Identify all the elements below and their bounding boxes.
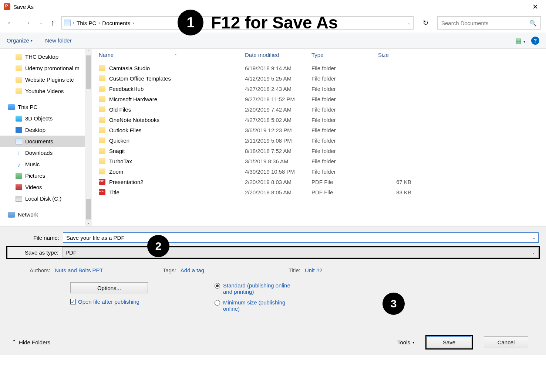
path-segment[interactable]: Documents [101,20,132,26]
refresh-button[interactable]: ↻ [419,17,432,29]
file-row[interactable]: Zoom4/30/2019 10:58 PMFile folder [92,166,546,177]
recent-dropdown[interactable]: ⌄ [38,21,44,25]
sidebar-item-label: Youtube Videos [25,88,64,94]
file-name: Outlook Files [109,127,245,133]
network-icon [8,212,15,218]
sidebar-item-documents[interactable]: Documents [0,136,92,147]
file-name: Presentation2 [109,179,245,185]
search-box[interactable]: 🔍 [437,16,541,30]
open-after-checkbox[interactable]: ✓ [70,299,76,304]
forward-button[interactable]: → [21,18,33,28]
chevron-right-icon[interactable]: › [98,20,101,25]
file-type: File folder [311,65,378,71]
file-name: OneNote Notebooks [109,117,245,123]
file-row[interactable]: FeedbackHub4/27/2018 2:43 AMFile folder [92,83,546,94]
file-row[interactable]: OneNote Notebooks4/27/2018 5:02 AMFile f… [92,115,546,125]
sidebar-item[interactable]: Youtube Videos [0,85,92,97]
file-row[interactable]: Snagit8/18/2018 7:52 AMFile folder [92,146,546,156]
file-row[interactable]: Old Files2/20/2019 7:42 AMFile folder [92,104,546,115]
title-label: Title: [289,267,300,273]
file-row[interactable]: Camtasia Studio6/19/2018 9:14 AMFile fol… [92,63,546,73]
filename-input[interactable]: Save your file as a PDF ⌄ [63,232,539,243]
file-row[interactable]: Outlook Files3/6/2019 12:23 PMFile folde… [92,125,546,135]
view-options-button[interactable]: ▤ ▾ [515,37,525,45]
file-row[interactable]: Presentation22/20/2019 8:03 AMPDF File67… [92,177,546,187]
chevron-down-icon[interactable]: ⌄ [532,250,535,255]
sidebar-item-videos[interactable]: Videos [0,181,92,193]
sidebar-item-desktop[interactable]: Desktop [0,124,92,136]
chevron-right-icon[interactable]: › [132,20,135,25]
scroll-up-icon[interactable]: ⌃ [85,49,92,55]
tags-value[interactable]: Add a tag [181,267,204,273]
folder-icon [16,65,22,71]
file-date: 4/27/2018 2:43 AM [245,86,311,92]
close-button[interactable]: × [528,1,542,12]
radio-standard[interactable] [215,283,220,289]
sidebar-item[interactable]: Udemy promotional m [0,62,92,74]
authors-value[interactable]: Nuts and Bolts PPT [55,267,103,273]
search-icon[interactable]: 🔍 [529,20,537,27]
chevron-down-icon[interactable]: ⌄ [532,236,535,240]
sidebar-item-local-disk-c-[interactable]: Local Disk (C:) [0,193,92,204]
pic-icon [16,173,22,179]
file-row[interactable]: Microsoft Hardware9/27/2018 11:52 PMFile… [92,94,546,104]
savetype-dropdown[interactable]: PDF ⌄ [62,247,538,258]
disk-icon [16,196,22,202]
folder-icon [99,65,105,71]
radio-minimum-label[interactable]: Minimum size (publishing online) [223,299,297,312]
save-button[interactable]: Save [427,336,471,348]
column-name[interactable]: Name ⌃ [99,52,245,58]
sidebar-item-label: Udemy promotional m [25,65,80,71]
scroll-thumb[interactable] [86,199,91,219]
sidebar-item[interactable]: THC Desktop [0,51,92,62]
sidebar-item-thispc[interactable]: This PC [0,101,92,113]
organize-menu[interactable]: Organize ▾ [7,37,33,44]
radio-minimum[interactable] [215,300,220,306]
address-bar[interactable]: › This PC › Documents › ⌄ [61,16,414,30]
sidebar-item-3d-objects[interactable]: 3D Objects [0,113,92,124]
cancel-button[interactable]: Cancel [484,336,528,348]
sidebar-item-music[interactable]: ♪Music [0,158,92,170]
file-date: 6/19/2018 9:14 AM [245,65,311,71]
chevron-right-icon[interactable]: › [72,20,75,25]
tools-menu[interactable]: Tools ▾ [397,339,414,345]
column-date[interactable]: Date modified [245,52,311,58]
file-row[interactable]: Custom Office Templates4/12/2019 5:25 AM… [92,73,546,83]
address-dropdown[interactable]: ⌄ [408,21,411,25]
file-row[interactable]: Quicken2/11/2019 5:08 PMFile folder [92,135,546,146]
sidebar-item-pictures[interactable]: Pictures [0,170,92,181]
radio-standard-label[interactable]: Standard (publishing online and printing… [223,282,297,295]
new-folder-button[interactable]: New folder [45,37,72,44]
column-headers: Name ⌃ Date modified Type Size [92,49,546,61]
path-segment[interactable]: This PC [75,20,98,26]
sidebar-item[interactable]: Website Plugins etc [0,74,92,85]
file-row[interactable]: Title2/20/2019 8:05 AMPDF File83 KB [92,187,546,197]
help-button[interactable]: ? [531,37,539,45]
scroll-thumb[interactable] [86,55,91,89]
up-button[interactable]: ↑ [49,18,56,28]
open-after-label[interactable]: Open file after publishing [78,299,139,305]
file-size: 67 KB [378,179,411,185]
file-row[interactable]: TurboTax3/1/2019 8:36 AMFile folder [92,156,546,166]
sidebar-item-downloads[interactable]: ↓Downloads [0,147,92,158]
folder-icon [99,86,105,92]
file-name: TurboTax [109,158,245,164]
chevron-down-icon: ▾ [412,340,414,344]
sidebar-item-network[interactable]: Network [0,209,92,220]
hide-folders-button[interactable]: ⌃ Hide Folders [12,339,50,345]
column-type[interactable]: Type [311,52,378,58]
scrollbar[interactable]: ⌃ ⌄ [85,49,92,226]
title-value[interactable]: Unit #2 [305,267,323,273]
filename-label: File name: [7,235,63,241]
file-name: FeedbackHub [109,86,245,92]
search-input[interactable] [441,20,529,26]
save-panel: File name: Save your file as a PDF ⌄ Sav… [0,226,546,355]
column-size[interactable]: Size [378,52,546,58]
sidebar-item-label: Music [25,161,40,167]
file-date: 2/20/2019 8:05 AM [245,189,311,195]
back-button[interactable]: ← [5,18,16,28]
window-title: Save As [13,4,34,10]
sidebar-item-label: Downloads [25,150,53,156]
options-button[interactable]: Options... [70,282,148,293]
scroll-down-icon[interactable]: ⌄ [85,219,92,226]
